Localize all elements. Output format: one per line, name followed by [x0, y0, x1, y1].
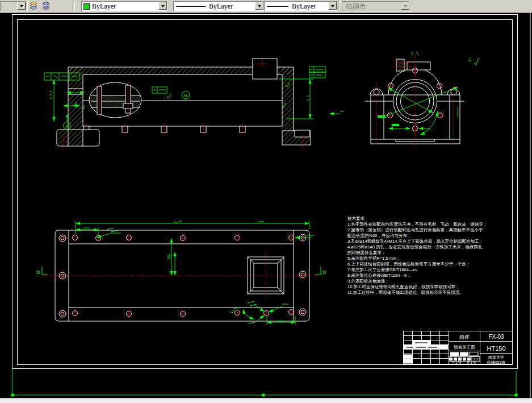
dropdown-arrow-icon[interactable]	[17, 2, 26, 10]
sheet-index: 第 1 张	[466, 361, 476, 365]
linetype-value: ByLayer	[209, 2, 233, 11]
lineweight-control[interactable]: ByLayer	[264, 1, 337, 11]
bottom-scrollbar-strip[interactable]	[0, 398, 532, 403]
grip-handle[interactable]	[11, 394, 14, 397]
linetype-control[interactable]: ByLayer	[173, 1, 264, 11]
sheet-title: 组合加工图	[454, 344, 475, 350]
team: 机械052班	[487, 360, 506, 365]
tech-line: 2.圆锥销（定位销）进行装配时应与孔进行涂色检查，其接触率不应小于	[347, 227, 513, 233]
tech-line: 1.各零部件在装配前均应清洗干净，不得有毛刺、飞边、氧化皮、锈蚀等；	[347, 222, 513, 227]
cad-window: A H	[0, 0, 532, 403]
technical-requirements: 技术要求 1.各零部件在装配前均应清洗干净，不得有毛刺、飞边、氧化皮、锈蚀等； …	[347, 216, 513, 296]
drawing-canvas[interactable]: A H	[0, 0, 532, 403]
tech-line: 的同轴度符合要求；	[347, 250, 513, 256]
layer-dropdown-stub[interactable]	[0, 1, 26, 11]
dropdown-arrow-icon[interactable]	[328, 2, 337, 10]
dropdown-arrow-icon[interactable]	[255, 2, 263, 10]
color-control[interactable]: ByLayer	[81, 1, 167, 11]
color-swatch	[83, 3, 90, 10]
material: HT150	[487, 345, 505, 352]
sheet-count: 共 1 张	[451, 361, 462, 365]
color-value: ByLayer	[92, 2, 116, 11]
section-label-left: D	[36, 269, 40, 275]
part-name: 箱体	[459, 334, 470, 340]
lineweight-sample-icon	[267, 6, 288, 7]
tech-line: 3.孔6xø14和螺纹孔4xM14,应在上下箱体合箱，插入定位销后配合加工；	[347, 239, 513, 244]
drawing-code: FX-03	[488, 334, 504, 340]
toolbar-separator	[338, 1, 340, 11]
dropdown-arrow-icon[interactable]	[158, 2, 167, 10]
tech-line: 6.上下箱体结合面刮研，用涂色法检验每平方厘米不少于一个点；	[347, 261, 513, 267]
tech-line: 配合长度的%60，并应均匀分布；	[347, 233, 513, 239]
tech-line: 11.加工过程中，两箱体不能出现错位、联接松动等不良情况。	[347, 290, 513, 296]
lineweight-value: ByLayer	[292, 2, 316, 11]
tech-title: 技术要求	[347, 216, 513, 222]
tech-line: 9.外表面喷灰色油漆；	[347, 279, 513, 284]
tech-line: 4.ø125和ø148 的孔，应在安装定位销合箱后一次性加工出来，确保两孔	[347, 244, 513, 250]
section-label-right: D	[322, 269, 326, 275]
tech-line: 8.未注形位公差按GB/T1184—K；	[347, 273, 513, 279]
tech-line: 7.未注加工尺寸公差按GB/T1804—m;	[347, 267, 513, 273]
plan-view: D D	[36, 221, 326, 325]
layers-yellow-icon	[29, 1, 38, 10]
plotstyle-value: 随颜色	[346, 2, 366, 11]
grip-handle[interactable]	[515, 394, 518, 397]
balloon-label: H	[184, 93, 187, 98]
layers-blue-icon	[41, 1, 51, 10]
linetype-sample-icon	[176, 6, 206, 7]
tech-line: 10.加工时应保证锥销与锥孔配合良好，联接牢靠联接可靠；	[347, 284, 513, 290]
toolbar-separator	[73, 1, 75, 11]
make-layer-current-button[interactable]	[28, 1, 39, 12]
properties-toolbar: ByLayer ByLayer ByLayer 随颜色	[0, 0, 532, 13]
tech-line: 5.未注圆角半径R=1.5 mm；	[347, 256, 513, 261]
layer-previous-button[interactable]	[40, 1, 52, 12]
plotstyle-control: 随颜色	[342, 1, 410, 11]
grip-handle[interactable]	[262, 394, 265, 397]
dropdown-arrow-icon	[401, 2, 409, 10]
organization: 南华大学	[488, 355, 504, 360]
datum-label: A	[65, 124, 69, 129]
